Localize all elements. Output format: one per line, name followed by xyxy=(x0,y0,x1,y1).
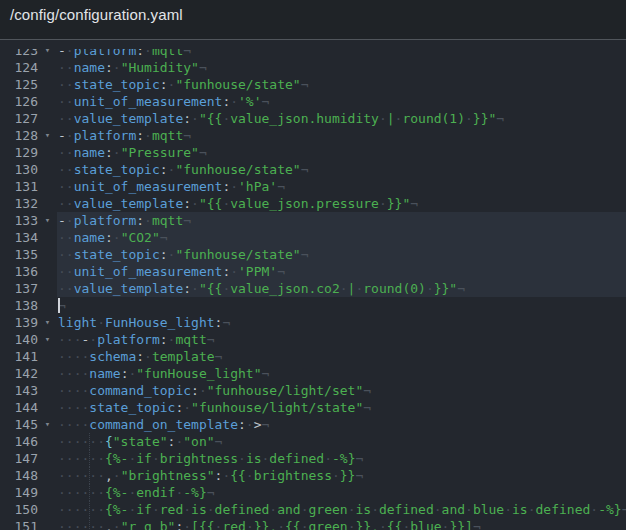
code-line-content[interactable]: ··name:·"Pressure"¬ xyxy=(57,144,626,161)
code-editor[interactable]: 123▾-·platform:·mqtt¬124··name:·"Humidit… xyxy=(0,41,626,530)
code-line[interactable]: 131··unit_of_measurement:·'hPa'¬ xyxy=(0,178,626,195)
code-line[interactable]: 145▾····command_on_template:·>¬ xyxy=(0,416,626,433)
code-line-content[interactable]: ····command_on_template:·>¬ xyxy=(57,416,626,433)
code-line[interactable]: 149······{%-·endif·-%}¬ xyxy=(0,484,626,501)
code-line-content[interactable]: ······{%-·if·red·is·defined·and·green·is… xyxy=(57,501,626,518)
line-number[interactable]: 131 xyxy=(0,178,38,195)
code-line[interactable]: 126··unit_of_measurement:·'%'¬ xyxy=(0,93,626,110)
whitespace-dot: · xyxy=(97,502,105,517)
code-line-content[interactable]: ······{%-·endif·-%}¬ xyxy=(57,484,626,501)
line-number[interactable]: 129 xyxy=(0,144,38,161)
code-line[interactable]: 136··unit_of_measurement:·'PPM'¬ xyxy=(0,263,626,280)
line-number[interactable]: 139 xyxy=(0,314,38,331)
line-number[interactable]: 138 xyxy=(0,297,38,314)
code-line[interactable]: 151······,·"r_g_b":·[{{·red·}},·{{·green… xyxy=(0,518,626,530)
code-line[interactable]: 137··value_template:·"{{·value_json.co2·… xyxy=(0,280,626,297)
line-number[interactable]: 127 xyxy=(0,110,38,127)
line-number[interactable]: 130 xyxy=(0,161,38,178)
line-number[interactable]: 125 xyxy=(0,76,38,93)
line-number[interactable]: 123 xyxy=(0,42,38,59)
code-line-content[interactable]: ··value_template:·"{{·value_json.co2·|·r… xyxy=(57,280,626,297)
code-line[interactable]: 127··value_template:·"{{·value_json.humi… xyxy=(0,110,626,127)
code-token: is xyxy=(512,502,528,517)
fold-arrow-icon[interactable]: ▾ xyxy=(38,314,57,331)
code-line-content[interactable]: ··state_topic:·"funhouse/state"¬ xyxy=(57,161,626,178)
code-line[interactable]: 146······{"state":·"on"¬ xyxy=(0,433,626,450)
code-line-content[interactable]: ···-·platform:·mqtt¬ xyxy=(57,331,626,348)
line-number[interactable]: 142 xyxy=(0,365,38,382)
line-number[interactable]: 141 xyxy=(0,348,38,365)
code-line-content[interactable]: -·platform:·mqtt¬ xyxy=(57,42,626,59)
code-line-content[interactable]: ······,·"brightness":·{{·brightness·}}¬ xyxy=(57,467,626,484)
code-line-content[interactable]: ····schema:·template¬ xyxy=(57,348,626,365)
whitespace-dot: · xyxy=(504,502,512,517)
code-line-content[interactable]: ··name:·"CO2"¬ xyxy=(57,229,626,246)
code-line[interactable]: 142····name:·"funHouse_light"¬ xyxy=(0,365,626,382)
code-line[interactable]: 129··name:·"Pressure"¬ xyxy=(0,144,626,161)
code-line-content[interactable]: ··name:·"Humidity"¬ xyxy=(57,59,626,76)
code-line[interactable]: 130··state_topic:·"funhouse/state"¬ xyxy=(0,161,626,178)
code-line-content[interactable]: ··unit_of_measurement:·'PPM'¬ xyxy=(57,263,626,280)
code-line[interactable]: 128▾-·platform:·mqtt¬ xyxy=(0,127,626,144)
code-line[interactable]: 150······{%-·if·red·is·defined·and·green… xyxy=(0,501,626,518)
code-line-content[interactable]: ··state_topic:·"funhouse/state"¬ xyxy=(57,76,626,93)
code-line-content[interactable]: ··state_topic:·"funhouse/state"¬ xyxy=(57,246,626,263)
code-line[interactable]: 144····state_topic:·"funhouse/light/stat… xyxy=(0,399,626,416)
code-line-content[interactable]: -·platform:·mqtt¬ xyxy=(57,212,626,229)
code-line[interactable]: 125··state_topic:·"funhouse/state"¬ xyxy=(0,76,626,93)
line-number[interactable]: 135 xyxy=(0,246,38,263)
fold-arrow-icon[interactable]: ▾ xyxy=(38,212,57,229)
fold-arrow-icon[interactable]: ▾ xyxy=(38,416,57,433)
code-line[interactable]: 148······,·"brightness":·{{·brightness·}… xyxy=(0,467,626,484)
line-number[interactable]: 126 xyxy=(0,93,38,110)
code-line-content[interactable]: ····command_topic:·"funhouse/light/set"¬ xyxy=(57,382,626,399)
code-line-content[interactable]: ··value_template:·"{{·value_json.humidit… xyxy=(57,110,626,127)
line-number[interactable]: 143 xyxy=(0,382,38,399)
fold-arrow-icon[interactable]: ▾ xyxy=(38,331,57,348)
code-line-content[interactable]: ¬ xyxy=(57,297,626,314)
line-number[interactable]: 146 xyxy=(0,433,38,450)
code-line-content[interactable]: ······{%-·if·brightness·is·defined·-%}¬ xyxy=(57,450,626,467)
line-number[interactable]: 134 xyxy=(0,229,38,246)
code-line-content[interactable]: ··value_template:·"{{·value_json.pressur… xyxy=(57,195,626,212)
whitespace-dot: · xyxy=(379,196,387,211)
line-number[interactable]: 140 xyxy=(0,331,38,348)
line-number[interactable]: 148 xyxy=(0,467,38,484)
code-line[interactable]: 138¬ xyxy=(0,297,626,314)
code-line[interactable]: 143····command_topic:·"funhouse/light/se… xyxy=(0,382,626,399)
line-number[interactable]: 151 xyxy=(0,518,38,530)
code-line[interactable]: 133▾-·platform:·mqtt¬ xyxy=(0,212,626,229)
line-number[interactable]: 136 xyxy=(0,263,38,280)
fold-arrow-icon[interactable]: ▾ xyxy=(38,42,57,59)
code-line-content[interactable]: ····name:·"funHouse_light"¬ xyxy=(57,365,626,382)
code-line-content[interactable]: ··unit_of_measurement:·'hPa'¬ xyxy=(57,178,626,195)
line-number[interactable]: 128 xyxy=(0,127,38,144)
code-line[interactable]: 132··value_template:·"{{·value_json.pres… xyxy=(0,195,626,212)
code-line-content[interactable]: -·platform:·mqtt¬ xyxy=(57,127,626,144)
code-line[interactable]: 135··state_topic:·"funhouse/state"¬ xyxy=(0,246,626,263)
code-line-content[interactable]: ······,·"r_g_b":·[{{·red·}},·{{·green·}}… xyxy=(57,518,626,530)
line-number[interactable]: 137 xyxy=(0,280,38,297)
line-number[interactable]: 149 xyxy=(0,484,38,501)
code-line[interactable]: 139▾light·FunHouse_light:¬ xyxy=(0,314,626,331)
line-number[interactable]: 144 xyxy=(0,399,38,416)
code-line[interactable]: 140▾···-·platform:·mqtt¬ xyxy=(0,331,626,348)
code-line[interactable]: 134··name:·"CO2"¬ xyxy=(0,229,626,246)
code-token: name xyxy=(74,230,105,245)
line-number[interactable]: 150 xyxy=(0,501,38,518)
code-line[interactable]: 124··name:·"Humidity"¬ xyxy=(0,59,626,76)
code-line[interactable]: 141····schema:·template¬ xyxy=(0,348,626,365)
code-line[interactable]: 147······{%-·if·brightness·is·defined·-%… xyxy=(0,450,626,467)
code-line-content[interactable]: ····state_topic:·"funhouse/light/state"¬ xyxy=(57,399,626,416)
code-line[interactable]: 123▾-·platform:·mqtt¬ xyxy=(0,42,626,59)
code-token: : xyxy=(183,281,191,296)
line-number[interactable]: 147 xyxy=(0,450,38,467)
code-line-content[interactable]: ······{"state":·"on"¬ xyxy=(57,433,626,450)
code-line-content[interactable]: light·FunHouse_light:¬ xyxy=(57,314,626,331)
line-number[interactable]: 124 xyxy=(0,59,38,76)
line-number[interactable]: 132 xyxy=(0,195,38,212)
line-number[interactable]: 145 xyxy=(0,416,38,433)
line-number[interactable]: 133 xyxy=(0,212,38,229)
fold-arrow-icon[interactable]: ▾ xyxy=(38,127,57,144)
code-line-content[interactable]: ··unit_of_measurement:·'%'¬ xyxy=(57,93,626,110)
